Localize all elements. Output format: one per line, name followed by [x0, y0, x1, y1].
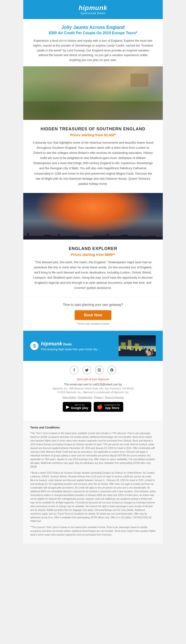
facebook-icon[interactable]	[70, 366, 79, 374]
company-address: Hipmunk, Inc., 888 Brannan Street Suite …	[28, 387, 158, 390]
deals-label: Deals	[63, 342, 72, 346]
deals-logo-row: hipmunk Deals	[41, 341, 99, 347]
footer-links: View Online | Unsubscribe | Privacy | Te…	[28, 396, 158, 399]
instagram-icon[interactable]	[95, 366, 104, 374]
terms-section: Terms and Conditions: *The "from" price …	[23, 421, 163, 544]
deals-dollar-icon: $	[30, 342, 39, 350]
app-store-text: Download on the App Store	[104, 404, 120, 410]
section2-price: Prices starting from $899**	[32, 252, 154, 256]
privacy-link[interactable]: Privacy	[94, 396, 103, 399]
deals-logo-text: hipmunk	[41, 341, 62, 347]
section1-price: Prices starting from $1,432*	[32, 133, 154, 137]
terms-title: Terms and Conditions:	[30, 426, 156, 429]
app-buttons-row: ▶ GET IT On Google play 🍎 Download on th…	[28, 402, 158, 412]
google-play-icon: ▶	[66, 404, 69, 409]
deals-banner[interactable]: $ hipmunk Deals Find amazing flight deal…	[23, 331, 163, 361]
header-subtitle: Sponsored Deals	[80, 12, 105, 15]
pinterest-icon[interactable]	[107, 366, 116, 374]
terms-paragraph-1: *The "from" price is based on the lowest…	[30, 432, 156, 469]
deals-right: 🐿️	[119, 336, 156, 356]
view-online-link[interactable]: View Online	[62, 396, 76, 399]
email-container: hipmunk Sponsored Deals Jolly Jaunts Acr…	[23, 0, 163, 544]
unsubscribe-link[interactable]: Unsubscribe	[78, 396, 92, 399]
terms-paragraph-3: **The Cosmos "from" price is based on th…	[30, 526, 156, 537]
section1-title: HIDDEN TREASURES OF SOUTHERN ENGLAND	[32, 126, 154, 132]
section2-title: ENGLAND EXPLORER	[32, 246, 154, 251]
book-now-button[interactable]: Book Now	[75, 310, 111, 320]
england-village-image	[23, 66, 163, 120]
svg-rect-0	[98, 369, 101, 372]
google-play-large-text: Google play	[71, 406, 88, 410]
hero-subtitle: $300 Air Credit Per Couple On 2019 Europ…	[32, 31, 154, 35]
cta-terms-note: *Terms and conditions below	[32, 322, 154, 325]
email-sent-to: This email was sent to cot0126@ufeed.com…	[28, 383, 158, 386]
terms-paragraph-2: **Book a select 2019 Globus air-inclusiv…	[30, 471, 156, 523]
deals-left: $ hipmunk Deals Find amazing flight deal…	[30, 341, 99, 351]
hero-section: Jolly Jaunts Across England $300 Air Cre…	[23, 19, 163, 66]
copyright-text: © 2019 Hipmunk, Inc., Hipmunk is a trade…	[28, 391, 158, 394]
hero-title: Jolly Jaunts Across England	[32, 25, 154, 30]
terms-link[interactable]: Terms of Service	[105, 396, 124, 399]
section1-description: A leisurely tour that highlights some of…	[32, 140, 154, 186]
apple-icon: 🍎	[97, 404, 103, 409]
svg-point-1	[99, 369, 100, 371]
sent-with-text: Sent with ♥ from Hipmunk	[28, 378, 158, 381]
hero-description: Experience a land rich in history and ro…	[32, 38, 154, 62]
deals-content: hipmunk Deals Find amazing flight deals …	[41, 341, 99, 351]
logo-container: hipmunk Sponsored Deals	[79, 4, 107, 15]
email-header: hipmunk Sponsored Deals	[23, 0, 163, 19]
section-england-explorer: ENGLAND EXPLORER Prices starting from $8…	[23, 240, 163, 297]
cta-prompt: Time to start planning your own getaway?	[32, 303, 154, 306]
cta-section: Time to start planning your own getaway?…	[23, 297, 163, 331]
google-play-text: GET IT On Google play	[71, 404, 88, 410]
england-bridge-image	[23, 193, 163, 240]
google-play-small-text: GET IT On	[71, 404, 88, 406]
social-icons-row	[28, 366, 158, 374]
section2-description: "This blessed plot, this earth, this rea…	[32, 260, 154, 291]
deals-tagline: Find amazing flight deals from your home…	[41, 348, 99, 351]
social-section: Sent with ♥ from Hipmunk This email was …	[23, 361, 163, 421]
heart-icon: ♥	[89, 378, 92, 381]
google-play-button[interactable]: ▶ GET IT On Google play	[63, 402, 91, 412]
deals-city-image: 🐿️	[119, 336, 156, 356]
app-store-small-text: Download on the	[104, 404, 120, 406]
app-store-button[interactable]: 🍎 Download on the App Store	[94, 402, 123, 412]
section-hidden-treasures: HIDDEN TREASURES OF SOUTHERN ENGLAND Pri…	[23, 120, 163, 193]
app-store-large-text: App Store	[104, 406, 120, 410]
logo-text: hipmunk	[79, 4, 107, 12]
twitter-icon[interactable]	[82, 366, 91, 374]
